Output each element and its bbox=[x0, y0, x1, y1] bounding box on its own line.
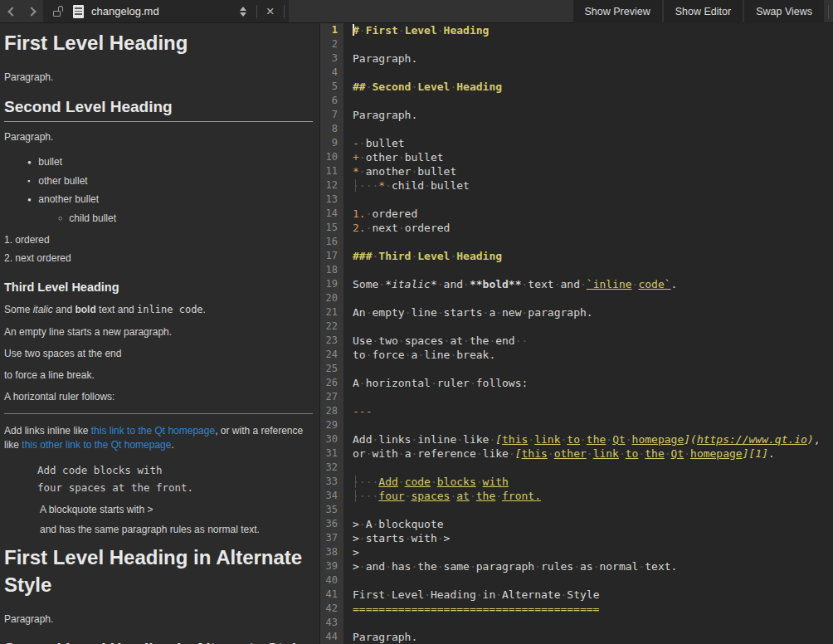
editor-line-text[interactable]: ····Add·code·blocks·with bbox=[343, 475, 833, 489]
editor-line[interactable]: 40 bbox=[320, 573, 833, 588]
editor-line[interactable]: 7Paragraph. bbox=[320, 108, 833, 122]
editor-line-text[interactable]: #·First·Level·Heading bbox=[343, 23, 833, 37]
editor-line-text[interactable] bbox=[343, 362, 833, 376]
editor-line-text[interactable]: ###·Third·Level·Heading bbox=[343, 249, 833, 263]
editor-line-text[interactable]: First·Level·Heading·in·Alternate·Style bbox=[343, 588, 833, 602]
editor-line[interactable]: 20 bbox=[320, 291, 833, 305]
editor-line[interactable]: 27 bbox=[320, 390, 833, 404]
editor-line[interactable]: 41First·Level·Heading·in·Alternate·Style bbox=[320, 588, 833, 602]
editor-line[interactable]: 12····*·child·bullet bbox=[320, 178, 833, 193]
editor-line-text[interactable]: *·another·bullet bbox=[343, 164, 833, 178]
editor-line-text[interactable] bbox=[343, 94, 833, 108]
swap-views-button[interactable]: Swap Views bbox=[744, 0, 824, 23]
editor-line-text[interactable]: -·bullet bbox=[343, 136, 833, 150]
editor-line-text[interactable]: or·with·a·reference·like·[this·other·lin… bbox=[343, 446, 833, 461]
editor-line[interactable]: 152.·next·ordered bbox=[320, 221, 833, 235]
editor-line-text[interactable] bbox=[343, 418, 833, 432]
editor-line-text[interactable]: >·A·blockquote bbox=[343, 517, 833, 531]
editor-line[interactable]: 141.·ordered bbox=[320, 207, 833, 221]
editor-line[interactable]: 1#·First·Level·Heading bbox=[320, 23, 833, 37]
editor-line[interactable]: 35 bbox=[320, 503, 833, 517]
show-editor-button[interactable]: Show Editor bbox=[664, 0, 743, 23]
editor-line-text[interactable] bbox=[343, 390, 833, 404]
editor-line[interactable]: 13 bbox=[320, 193, 833, 207]
editor-line[interactable]: 11*·another·bullet bbox=[320, 164, 833, 178]
editor-line[interactable]: 19Some·*italic*·and·**bold**·text·and·`i… bbox=[320, 277, 833, 291]
editor-line[interactable]: 23Use·two·spaces·at·the·end·· bbox=[320, 334, 833, 348]
editor-line-text[interactable] bbox=[343, 193, 833, 207]
editor-line[interactable]: 9-·bullet bbox=[320, 136, 833, 150]
editor-line-text[interactable] bbox=[343, 122, 833, 136]
editor-line-text[interactable] bbox=[343, 66, 833, 80]
editor-line-text[interactable]: 1.·ordered bbox=[343, 207, 833, 221]
editor-line[interactable]: 8 bbox=[320, 122, 833, 136]
show-preview-button[interactable]: Show Preview bbox=[573, 0, 662, 23]
editor-line-text[interactable]: Paragraph. bbox=[343, 51, 833, 66]
editor-line-text[interactable]: Paragraph. bbox=[343, 108, 833, 122]
editor-line[interactable]: 36>·A·blockquote bbox=[320, 517, 833, 531]
editor-line-text[interactable]: >·starts·with·> bbox=[343, 531, 833, 545]
editor-line[interactable]: 44Paragraph. bbox=[320, 630, 833, 644]
editor-line-text[interactable]: to·force·a·line·break. bbox=[343, 348, 833, 362]
close-icon[interactable]: × bbox=[261, 1, 280, 22]
inline-link[interactable]: this other link to the Qt homepage bbox=[22, 439, 171, 451]
editor-line[interactable]: 18 bbox=[320, 263, 833, 277]
editor-line[interactable]: 37>·starts·with·> bbox=[320, 531, 833, 545]
editor-line-text[interactable]: > bbox=[343, 545, 833, 559]
editor-line-text[interactable]: +·other·bullet bbox=[343, 150, 833, 164]
editor-line-text[interactable] bbox=[343, 263, 833, 277]
editor-line-text[interactable]: >·and·has·the·same·paragraph·rules·as·no… bbox=[343, 559, 833, 573]
editor-line[interactable]: 33····Add·code·blocks·with bbox=[320, 475, 833, 489]
editor-line[interactable]: 26A·horizontal·ruler·follows: bbox=[320, 376, 833, 390]
editor-line-text[interactable]: ##·Second·Level·Heading bbox=[343, 80, 833, 94]
document-switcher-icon[interactable] bbox=[234, 7, 252, 17]
editor-line-text[interactable]: ====================================== bbox=[343, 602, 833, 616]
editor-line[interactable]: 43 bbox=[320, 616, 833, 630]
editor-line-text[interactable]: An·empty·line·starts·a·new·paragraph. bbox=[343, 305, 833, 320]
editor-line[interactable]: 3Paragraph. bbox=[320, 51, 833, 66]
editor-line-text[interactable] bbox=[343, 461, 833, 475]
editor-line-text[interactable]: Paragraph. bbox=[343, 630, 833, 644]
editor-line-text[interactable]: Some·*italic*·and·**bold**·text·and·`inl… bbox=[343, 277, 833, 291]
editor-line-text[interactable]: ····four·spaces·at·the·front. bbox=[343, 489, 833, 503]
editor-line[interactable]: 34····four·spaces·at·the·front. bbox=[320, 489, 833, 503]
editor-line[interactable]: 21An·empty·line·starts·a·new·paragraph. bbox=[320, 305, 833, 320]
editor-line-text[interactable] bbox=[343, 573, 833, 588]
document-tab[interactable]: changelog.md × bbox=[43, 0, 289, 22]
editor-line-text[interactable] bbox=[343, 37, 833, 51]
editor-line[interactable]: 10+·other·bullet bbox=[320, 150, 833, 164]
editor-line[interactable]: 42====================================== bbox=[320, 602, 833, 616]
editor-line-text[interactable] bbox=[343, 503, 833, 517]
editor-line-text[interactable]: 2.·next·ordered bbox=[343, 221, 833, 235]
editor-line-text[interactable] bbox=[343, 291, 833, 305]
back-button[interactable] bbox=[0, 0, 22, 22]
editor-line[interactable]: 2 bbox=[320, 37, 833, 51]
editor-line[interactable]: 17###·Third·Level·Heading bbox=[320, 249, 833, 263]
markdown-editor-pane[interactable]: 1#·First·Level·Heading23Paragraph.45##·S… bbox=[320, 23, 833, 644]
editor-line[interactable]: 25 bbox=[320, 362, 833, 376]
editor-line[interactable]: 30Add·links·inline·like·[this·link·to·th… bbox=[320, 432, 833, 446]
editor-line-text[interactable]: ····*·child·bullet bbox=[343, 178, 833, 193]
editor-line[interactable]: 38> bbox=[320, 545, 833, 559]
editor-line[interactable]: 16 bbox=[320, 235, 833, 249]
editor-line[interactable]: 5##·Second·Level·Heading bbox=[320, 80, 833, 94]
editor-line[interactable]: 28--- bbox=[320, 404, 833, 418]
editor-line[interactable]: 39>·and·has·the·same·paragraph·rules·as·… bbox=[320, 559, 833, 573]
editor-line-text[interactable]: Add·links·inline·like·[this·link·to·the·… bbox=[343, 432, 833, 446]
editor-line[interactable]: 31or·with·a·reference·like·[this·other·l… bbox=[320, 446, 833, 461]
editor-line-text[interactable]: --- bbox=[343, 404, 833, 418]
editor-line-text[interactable] bbox=[343, 235, 833, 249]
forward-button[interactable] bbox=[22, 0, 43, 22]
editor-line-text[interactable] bbox=[343, 320, 833, 334]
markdown-preview-pane[interactable]: First Level HeadingParagraph.Second Leve… bbox=[0, 23, 320, 644]
editor-line[interactable]: 29 bbox=[320, 418, 833, 432]
editor-line[interactable]: 24to·force·a·line·break. bbox=[320, 348, 833, 362]
unlock-icon[interactable] bbox=[53, 6, 63, 17]
editor-line[interactable]: 22 bbox=[320, 320, 833, 334]
inline-link[interactable]: this link to the Qt homepage bbox=[91, 425, 215, 437]
editor-line[interactable]: 32 bbox=[320, 461, 833, 475]
editor-line-text[interactable]: Use·two·spaces·at·the·end·· bbox=[343, 334, 833, 348]
editor-line[interactable]: 6 bbox=[320, 94, 833, 108]
editor-line-text[interactable]: A·horizontal·ruler·follows: bbox=[343, 376, 833, 390]
editor-line-text[interactable] bbox=[343, 616, 833, 630]
